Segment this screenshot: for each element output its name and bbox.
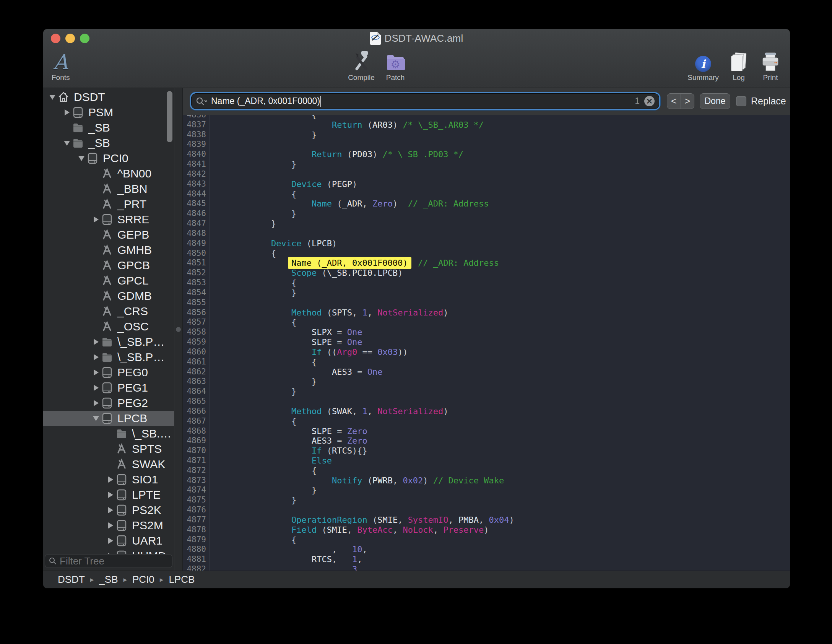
line-number: 4838 [183, 130, 210, 140]
print-button[interactable]: Print [755, 50, 786, 82]
minimize-button[interactable] [65, 34, 75, 43]
disclosure-right-icon[interactable] [106, 522, 115, 529]
tree-item-label: PEG0 [117, 366, 148, 379]
search-menu-icon[interactable] [196, 97, 207, 106]
disclosure-right-icon[interactable] [62, 109, 72, 115]
tree-item-lpcb[interactable]: LPCB [43, 411, 174, 426]
disclosure-right-icon[interactable] [106, 492, 115, 498]
code-line-4879: 4879 { [183, 535, 790, 545]
tree-item-sio1[interactable]: SIO1 [43, 472, 174, 487]
disclosure-right-icon[interactable] [91, 339, 101, 345]
tree-item-ps2k[interactable]: PS2K [43, 503, 174, 518]
tree-item-gpcb[interactable]: GPCB [43, 258, 174, 273]
disclosure-right-icon[interactable] [91, 354, 101, 360]
disclosure-right-icon[interactable] [91, 216, 101, 223]
line-number: 4881 [183, 555, 210, 564]
replace-checkbox[interactable] [736, 96, 746, 106]
compile-button[interactable]: Compile [342, 50, 380, 82]
divider-handle-icon[interactable] [176, 327, 181, 332]
code-line-4851: 4851 Name (_ADR, 0x001F0000) // _ADR: Ad… [183, 258, 790, 268]
code-line-4859: 4859 SLPE = One [183, 337, 790, 347]
split-divider[interactable] [174, 88, 183, 571]
breadcrumb-item-sb[interactable]: _SB [99, 574, 118, 585]
find-bar: Name (_ADR, 0x001F0000) 1 ✕ < > Done Rep… [183, 88, 790, 115]
tree-item-gepb[interactable]: GEPB [43, 227, 174, 242]
breadcrumb-item-lpcb[interactable]: LPCB [169, 574, 195, 585]
tree-item-label: HUMD [132, 550, 166, 554]
tree-item-sb[interactable]: \_SB.… [43, 426, 174, 441]
tree-item-spts[interactable]: SPTS [43, 441, 174, 457]
disclosure-right-icon[interactable] [91, 400, 101, 406]
clear-search-icon[interactable]: ✕ [644, 96, 655, 106]
code-line-4874: 4874 } [183, 485, 790, 495]
tree-item-osc[interactable]: _OSC [43, 319, 174, 334]
log-pages-icon [730, 53, 747, 72]
find-next-button[interactable]: > [681, 94, 694, 109]
disclosure-down-icon[interactable] [48, 95, 57, 100]
tree-item-gpcl[interactable]: GPCL [43, 273, 174, 288]
tree-item-peg1[interactable]: PEG1 [43, 380, 174, 395]
breadcrumb-separator-icon: ▸ [123, 575, 127, 584]
code-line-4877: 4877 OperationRegion (SMIE, SystemIO, PM… [183, 515, 790, 525]
tree-item-srre[interactable]: SRRE [43, 212, 174, 227]
filter-tree-input[interactable]: Filter Tree [45, 554, 172, 568]
code-line-4861: 4861 { [183, 357, 790, 367]
tree-item-pci0[interactable]: PCI0 [43, 151, 174, 166]
disclosure-right-icon[interactable] [106, 553, 115, 554]
tree-item-peg0[interactable]: PEG0 [43, 365, 174, 380]
patch-button[interactable]: ⚙ Patch [378, 50, 413, 82]
device-icon [116, 535, 127, 547]
disclosure-right-icon[interactable] [106, 476, 115, 483]
tree-item-ps2m[interactable]: PS2M [43, 518, 174, 533]
disclosure-right-icon[interactable] [91, 369, 101, 376]
zoom-button[interactable] [80, 34, 89, 43]
disclosure-right-icon[interactable] [91, 385, 101, 391]
tree-item-dsdt[interactable]: DSDT [43, 89, 174, 105]
tree-item-uar1[interactable]: UAR1 [43, 533, 174, 548]
tree-item-psm[interactable]: PSM [43, 105, 174, 120]
compile-label: Compile [348, 73, 375, 82]
find-previous-button[interactable]: < [667, 94, 681, 109]
tree-item-label: _CRS [117, 305, 148, 318]
method-icon [101, 168, 113, 180]
disclosure-right-icon[interactable] [106, 507, 115, 513]
tree-item-sbp[interactable]: \_SB.P… [43, 350, 174, 365]
tree-item-sbp[interactable]: \_SB.P… [43, 334, 174, 350]
window-chrome: DSDT-AWAC.aml A Fonts Compile [43, 29, 790, 88]
close-button[interactable] [51, 34, 60, 43]
log-button[interactable]: Log [726, 50, 751, 82]
tree-item-sb[interactable]: _SB [43, 135, 174, 151]
disclosure-down-icon[interactable] [91, 416, 101, 421]
tree-item-swak[interactable]: SWAK [43, 457, 174, 472]
tree-item-sb[interactable]: _SB [43, 120, 174, 135]
done-button[interactable]: Done [700, 93, 730, 109]
tree-item-lpte[interactable]: LPTE [43, 487, 174, 503]
device-icon [87, 152, 98, 164]
tree-item-label: _BBN [117, 182, 147, 195]
line-number: 4861 [183, 357, 210, 367]
tree-item-gdmb[interactable]: GDMB [43, 288, 174, 304]
disclosure-down-icon[interactable] [77, 156, 86, 161]
patch-label: Patch [386, 73, 405, 82]
find-input[interactable]: Name (_ADR, 0x001F0000) 1 ✕ [190, 92, 660, 110]
breadcrumb-item-dsdt[interactable]: DSDT [58, 574, 85, 585]
tree-item-bn00[interactable]: ^BN00 [43, 166, 174, 181]
tree-item-humd[interactable]: HUMD [43, 548, 174, 554]
find-nav-segment: < > [667, 93, 694, 109]
code-line-4881: 4881 RTCS, 1, [183, 555, 790, 564]
line-number: 4852 [183, 268, 210, 278]
summary-button[interactable]: i Summary [685, 50, 722, 82]
disclosure-right-icon[interactable] [106, 538, 115, 544]
tree-item-bbn[interactable]: _BBN [43, 181, 174, 197]
tree-item-gmhb[interactable]: GMHB [43, 242, 174, 258]
tree-item-prt[interactable]: _PRT [43, 197, 174, 212]
tree-item-peg2[interactable]: PEG2 [43, 395, 174, 411]
code-editor[interactable]: 4836 {4837 Return (AR03) /* \_SB_.AR03 *… [183, 115, 790, 571]
tree-item-label: SRRE [117, 213, 149, 226]
fonts-button[interactable]: A Fonts [52, 50, 70, 82]
disclosure-down-icon[interactable] [62, 141, 72, 146]
breadcrumb-item-pci0[interactable]: PCI0 [132, 574, 154, 585]
line-number: 4847 [183, 219, 210, 229]
tree-item-crs[interactable]: _CRS [43, 304, 174, 319]
code-line-4869: 4869 AES3 = Zero [183, 436, 790, 446]
